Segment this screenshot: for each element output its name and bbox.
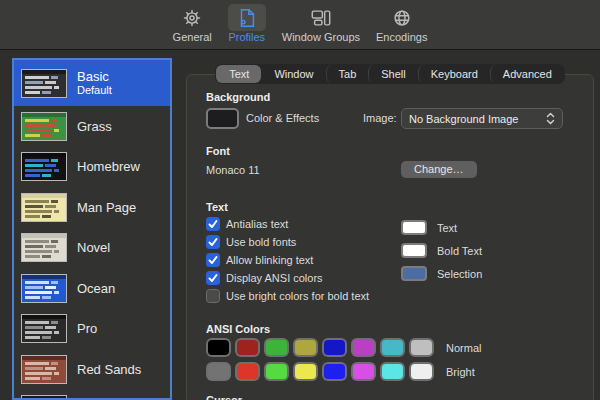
thumbnail-line <box>25 129 63 132</box>
ansi-swatch-bright-7[interactable] <box>409 362 434 381</box>
ansi-swatch-bright-1[interactable] <box>235 362 260 381</box>
color-well-selection[interactable] <box>401 266 427 281</box>
thumbnail-line-seg <box>25 169 52 172</box>
tab-bar-wrap: TextWindowTabShellKeyboardAdvanced <box>186 64 594 84</box>
profile-row-ocean[interactable]: Ocean <box>14 268 170 309</box>
color-well-row-selection: Selection <box>401 266 482 281</box>
thumbnail-line <box>25 205 63 208</box>
thumbnail-line-seg <box>54 331 59 334</box>
checkbox-display-ansi-colors[interactable] <box>206 271 220 285</box>
profile-row-homebrew[interactable]: Homebrew <box>14 147 170 188</box>
profile-labels: Grass <box>77 119 112 134</box>
ansi-swatch-bright-0[interactable] <box>206 362 231 381</box>
thumbnail-line-seg <box>25 200 49 203</box>
ansi-row-label-normal: Normal <box>446 342 481 354</box>
checkbox-label: Use bright colors for bold text <box>226 290 369 302</box>
background-image-value: No Background Image <box>409 113 518 125</box>
profile-row-basic[interactable]: BasicDefault <box>14 60 170 106</box>
profile-thumbnail <box>21 152 67 181</box>
toolbar-item-window-groups[interactable]: Window Groups <box>282 4 360 44</box>
checkbox-antialias-text[interactable] <box>206 217 220 231</box>
tab-keyboard[interactable]: Keyboard <box>418 65 490 83</box>
profile-row-man-page[interactable]: Man Page <box>14 187 170 228</box>
color-well-bold-text[interactable] <box>401 243 427 258</box>
thumbnail-line-seg <box>25 291 52 294</box>
tab-text[interactable]: Text <box>216 65 261 83</box>
checkbox-row-display-ansi-colors: Display ANSI colors <box>206 271 323 285</box>
thumbnail-line-seg <box>54 86 59 89</box>
thumbnail-line-seg <box>25 255 40 258</box>
thumbnail-line-seg <box>25 91 40 94</box>
thumbnail-line-seg <box>51 240 59 243</box>
background-heading: Background <box>206 91 270 103</box>
thumbnail-line <box>25 134 63 137</box>
ansi-row-label-bright: Bright <box>446 366 475 378</box>
ansi-swatch-bright-5[interactable] <box>351 362 376 381</box>
thumbnail-line-seg <box>25 281 49 284</box>
terminal-preferences-window: General Profiles Window Groups Encodings… <box>0 0 600 400</box>
profile-row-pro[interactable]: Pro <box>14 309 170 350</box>
profile-labels: Novel <box>77 240 110 255</box>
checkbox-row-allow-blinking-text: Allow blinking text <box>206 253 313 267</box>
thumbnail-line <box>25 362 63 365</box>
thumbnail-line-seg <box>25 86 52 89</box>
ansi-swatch-color <box>324 340 345 355</box>
ansi-swatch-normal-2[interactable] <box>264 338 289 357</box>
profile-name: Novel <box>77 240 110 255</box>
checkbox-allow-blinking-text[interactable] <box>206 253 220 267</box>
ansi-swatch-normal-7[interactable] <box>409 338 434 357</box>
ansi-swatch-bright-2[interactable] <box>264 362 289 381</box>
profile-thumbnail <box>21 233 67 262</box>
change-font-button[interactable]: Change… <box>401 161 477 178</box>
ansi-swatch-color <box>382 340 403 355</box>
preferences-toolbar: General Profiles Window Groups Encodings <box>0 0 600 50</box>
background-image-dropdown[interactable]: No Background Image <box>401 108 563 129</box>
tab-tab[interactable]: Tab <box>326 65 369 83</box>
ansi-swatch-normal-1[interactable] <box>235 338 260 357</box>
thumbnail-line-seg <box>51 281 59 284</box>
profile-labels: Pro <box>77 321 97 336</box>
ansi-swatch-normal-4[interactable] <box>322 338 347 357</box>
ansi-row-bright: Bright <box>206 362 475 381</box>
toolbar-item-profiles[interactable]: Profiles <box>228 4 266 44</box>
tab-advanced[interactable]: Advanced <box>490 65 564 83</box>
ansi-swatch-normal-0[interactable] <box>206 338 231 357</box>
checkbox-row-antialias-text: Antialias text <box>206 217 288 231</box>
checkbox-use-bold-fonts[interactable] <box>206 235 220 249</box>
profile-thumbnail <box>21 355 67 384</box>
thumbnail-line-seg <box>25 76 49 79</box>
ansi-swatch-bright-4[interactable] <box>322 362 347 381</box>
thumbnail-line-seg <box>25 240 49 243</box>
toolbar-item-encodings[interactable]: Encodings <box>376 4 427 44</box>
tab-shell[interactable]: Shell <box>368 65 417 83</box>
profile-row-red-sands[interactable]: Red Sands <box>14 349 170 390</box>
ansi-swatch-normal-6[interactable] <box>380 338 405 357</box>
cursor-heading: Cursor <box>206 394 242 400</box>
ansi-swatch-color <box>208 340 229 355</box>
globe-icon <box>383 4 421 31</box>
thumbnail-line-seg <box>25 205 43 208</box>
profile-row-partial[interactable] <box>14 390 170 400</box>
thumbnail-titlebar <box>22 153 66 157</box>
ansi-swatch-normal-5[interactable] <box>351 338 376 357</box>
thumbnail-titlebar <box>22 356 66 360</box>
thumbnail-line <box>25 372 63 375</box>
toolbar-item-general[interactable]: General <box>173 4 212 44</box>
thumbnail-line-seg <box>25 174 40 177</box>
background-color-well[interactable] <box>206 108 239 129</box>
color-well-text[interactable] <box>401 220 427 235</box>
profile-name: Ocean <box>77 281 115 296</box>
profile-row-grass[interactable]: Grass <box>14 106 170 147</box>
thumbnail-line-seg <box>25 372 52 375</box>
thumbnail-line-seg <box>25 81 43 84</box>
thumbnail-titlebar <box>22 234 66 238</box>
thumbnail-line-seg <box>42 215 51 218</box>
ansi-swatch-bright-3[interactable] <box>293 362 318 381</box>
ansi-swatch-color <box>411 364 432 379</box>
profile-row-novel[interactable]: Novel <box>14 228 170 269</box>
toolbar-item-label: Profiles <box>228 31 265 44</box>
checkbox-use-bright-colors-for-bold-text[interactable] <box>206 289 220 303</box>
ansi-swatch-bright-6[interactable] <box>380 362 405 381</box>
ansi-swatch-normal-3[interactable] <box>293 338 318 357</box>
tab-window[interactable]: Window <box>261 65 325 83</box>
